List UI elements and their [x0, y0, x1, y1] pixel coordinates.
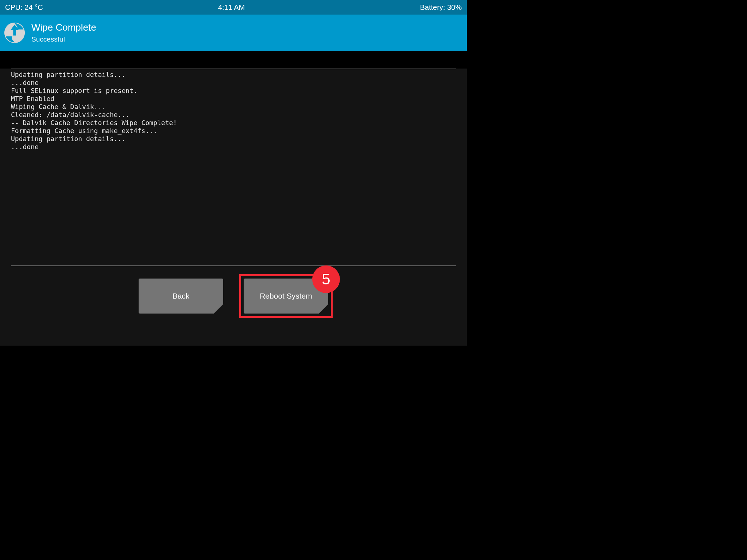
page-title: Wipe Complete: [31, 22, 96, 33]
page-subtitle: Successful: [31, 35, 96, 43]
back-button[interactable]: Back: [139, 279, 223, 314]
cpu-temp: CPU: 24 °C: [5, 3, 43, 12]
twrp-logo-icon: [4, 22, 26, 44]
annotation-step-badge: 5: [312, 265, 340, 293]
console-log: Updating partition details... ...done Fu…: [11, 69, 456, 151]
status-bar: CPU: 24 °C 4:11 AM Battery: 30%: [0, 0, 467, 15]
nav-bar: [0, 346, 467, 350]
page-header: Wipe Complete Successful: [0, 15, 467, 51]
clock: 4:11 AM: [218, 3, 245, 12]
battery-level: Battery: 30%: [420, 3, 462, 12]
main-panel: Updating partition details... ...done Fu…: [0, 69, 467, 346]
